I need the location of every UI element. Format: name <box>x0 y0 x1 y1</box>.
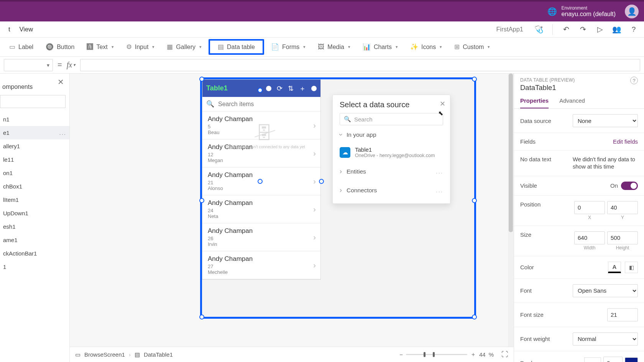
formula-input[interactable] <box>80 59 640 71</box>
border-width-input[interactable] <box>603 357 623 362</box>
position-y-input[interactable] <box>607 201 638 214</box>
chevron-right-icon[interactable]: › <box>313 149 316 158</box>
menu-view[interactable]: View <box>15 26 38 33</box>
label-fields: Fields <box>520 138 536 145</box>
insert-forms[interactable]: 📄Forms▾ <box>266 41 311 53</box>
list-item[interactable]: Andy Champan12Megan› <box>202 139 320 167</box>
tab-properties[interactable]: Properties <box>520 97 549 108</box>
border-style-select[interactable]: ▾ <box>584 357 601 362</box>
tree-item[interactable]: on1 <box>0 166 69 180</box>
tree-item[interactable]: e1... <box>0 126 69 139</box>
more-icon[interactable]: ... <box>436 168 443 175</box>
redo-icon[interactable]: ↷ <box>577 23 590 36</box>
section-entities[interactable]: ›Entities... <box>333 162 450 181</box>
size-height-input[interactable] <box>607 231 638 244</box>
dot-icon[interactable] <box>266 86 271 91</box>
tree-item[interactable]: n1 <box>0 113 69 126</box>
refresh-icon[interactable]: ⟳ <box>277 84 283 93</box>
tree-search-input[interactable] <box>0 95 66 108</box>
tree-item[interactable]: ame1 <box>0 233 69 247</box>
breadcrumb-bar: ▭ BrowseScreen1 › ▤ DataTable1 − ＋ 44 % … <box>70 347 514 362</box>
sort-icon[interactable]: ⇅ <box>288 84 294 93</box>
app-checker-icon[interactable]: 🩺 <box>532 23 545 36</box>
gallery-search-input[interactable] <box>218 101 317 108</box>
formula-bar: ▾ = fx▾ <box>0 57 644 74</box>
insert-text[interactable]: 🅰Text▾ <box>81 41 119 53</box>
play-icon[interactable]: ▷ <box>593 23 606 36</box>
list-item[interactable]: Andy Champan26Irvin› <box>202 223 320 251</box>
close-icon[interactable]: ✕ <box>58 77 64 87</box>
table-icon: ▤ <box>218 43 224 51</box>
tree-item[interactable]: esh1 <box>0 220 69 233</box>
zoom-out-icon[interactable]: − <box>399 351 403 358</box>
add-icon[interactable]: ＋ <box>299 84 306 93</box>
property-selector[interactable]: ▾ <box>4 59 53 71</box>
chevron-right-icon[interactable]: › <box>313 261 316 270</box>
tree-item[interactable]: le11 <box>0 153 69 166</box>
breadcrumb-control[interactable]: DataTable1 <box>144 351 173 358</box>
tree-item[interactable]: 1 <box>0 260 69 274</box>
chevron-right-icon[interactable]: › <box>313 177 316 186</box>
insert-input[interactable]: ⚙Input▾ <box>121 41 160 53</box>
insert-media[interactable]: 🖼Media▾ <box>312 41 356 53</box>
insert-label[interactable]: ▭Label <box>4 41 39 53</box>
font-select[interactable]: Open Sans <box>573 284 638 297</box>
edit-fields-link[interactable]: Edit fields <box>613 138 638 145</box>
font-weight-select[interactable]: Normal <box>573 333 638 346</box>
section-connectors[interactable]: ›Connectors... <box>333 181 450 200</box>
user-avatar[interactable]: 👤 <box>625 5 639 18</box>
more-icon[interactable]: ... <box>436 187 443 194</box>
gallery-search[interactable]: 🔍 <box>202 97 320 111</box>
list-item[interactable]: Andy Champan27Mechelle› <box>202 251 320 279</box>
list-item[interactable]: Andy Champan5Beau› <box>202 111 320 139</box>
chevron-right-icon[interactable]: › <box>313 205 316 214</box>
label-position: Position <box>520 201 540 208</box>
share-icon[interactable]: 👥 <box>610 23 623 36</box>
visible-toggle[interactable] <box>621 182 638 190</box>
tree-item[interactable]: UpDown1 <box>0 206 69 220</box>
undo-icon[interactable]: ↶ <box>560 23 573 36</box>
insert-gallery[interactable]: ▦Gallery▾ <box>161 41 207 53</box>
tree-item[interactable]: chBox1 <box>0 180 69 193</box>
dot2-icon[interactable] <box>311 86 317 91</box>
insert-charts[interactable]: 📊Charts▾ <box>357 41 403 53</box>
tab-advanced[interactable]: Advanced <box>559 97 585 108</box>
chevron-right-icon[interactable]: › <box>313 121 316 130</box>
font-size-input[interactable] <box>607 308 638 321</box>
breadcrumb-screen[interactable]: BrowseScreen1 <box>84 351 125 358</box>
fit-screen-icon[interactable]: ⛶ <box>501 351 508 359</box>
zoom-slider[interactable] <box>406 354 467 355</box>
tree-item[interactable]: lItem1 <box>0 193 69 206</box>
chevron-right-icon[interactable]: › <box>313 233 316 242</box>
panel-help-icon[interactable]: ? <box>630 77 638 84</box>
tree-view-panel: ✕ omponents n1e1...allery1le11on1chBox1l… <box>0 74 70 362</box>
insert-custom[interactable]: ⊞Custom▾ <box>449 41 495 53</box>
insert-button[interactable]: 🔘Button <box>40 41 80 53</box>
menu-t[interactable]: t <box>4 26 15 33</box>
tree-item[interactable]: allery1 <box>0 139 69 153</box>
section-in-your-app[interactable]: ›In your app <box>333 125 450 144</box>
insert-icons[interactable]: ✨Icons▾ <box>405 41 447 53</box>
position-x-input[interactable] <box>574 201 605 214</box>
label-border: Border <box>520 360 537 362</box>
insert-datatable[interactable]: ▤Data table <box>209 39 264 55</box>
control-name[interactable]: DataTable1 <box>520 84 638 92</box>
canvas-scrollbar[interactable] <box>508 74 514 347</box>
fx-icon[interactable]: fx▾ <box>67 61 76 69</box>
border-color-swatch[interactable] <box>625 357 638 362</box>
data-source-select[interactable]: None <box>573 114 638 127</box>
help-icon[interactable]: ? <box>627 23 640 36</box>
datatable-selection[interactable]: Table1 ⟳ ⇅ ＋ 🔍 Andy Champan5Beau›Andy Ch… <box>200 77 476 319</box>
more-icon[interactable]: ... <box>59 129 66 136</box>
list-item[interactable]: Andy Champan24Neta› <box>202 195 320 223</box>
size-width-input[interactable] <box>574 231 605 244</box>
no-data-text-value[interactable]: We didn't find any data to show at this … <box>573 156 638 170</box>
zoom-in-icon[interactable]: ＋ <box>470 351 476 358</box>
popup-search[interactable]: 🔍Search <box>340 113 443 125</box>
tree-item[interactable]: ckActionBar1 <box>0 247 69 260</box>
environment-picker[interactable]: 🌐 Environment enayu.com (default) <box>547 5 616 18</box>
datasource-table1[interactable]: ☁ Table1 OneDrive - henry.legge@outlook.… <box>333 144 450 162</box>
popup-close-icon[interactable]: ✕ <box>440 100 445 108</box>
text-color-button[interactable]: A <box>608 262 621 273</box>
fill-color-button[interactable]: ◧ <box>625 262 638 273</box>
